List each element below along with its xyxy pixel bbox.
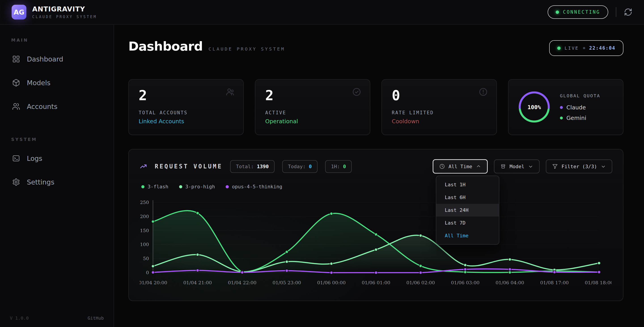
funnel-icon — [552, 164, 558, 169]
sidebar-item-label: Accounts — [27, 103, 58, 110]
sidebar-item-models[interactable]: Models — [10, 76, 104, 90]
live-dot-icon — [557, 46, 560, 50]
stat-value: 2 — [139, 88, 234, 102]
svg-text:01/06 01:00: 01/06 01:00 — [362, 280, 390, 286]
request-volume-panel: REQUEST VOLUME Total: 1390 Today: 0 1H: … — [128, 149, 624, 301]
dropdown-item-all-time[interactable]: All Time — [436, 229, 499, 242]
stat-card-active: 2 ACTIVE Operational — [255, 79, 370, 135]
total-requests-pill: Total: 1390 — [230, 160, 274, 173]
svg-text:100: 100 — [140, 242, 149, 247]
claude-dot-icon — [560, 106, 563, 109]
dropdown-item-last-24h[interactable]: Last 24H — [436, 204, 499, 216]
main-content: Dashboard CLAUDE PROXY SYSTEM LIVE 22:46… — [114, 24, 644, 327]
alert-circle-icon — [478, 87, 488, 98]
sidebar-item-label: Models — [27, 79, 50, 87]
version-label: V 1.0.0 — [10, 315, 28, 321]
sidebar-item-logs[interactable]: Logs — [10, 151, 104, 166]
check-circle-icon — [352, 87, 361, 98]
users-icon — [12, 102, 20, 110]
stat-label: RATE LIMITED — [392, 110, 486, 116]
quota-legend-label: Gemini — [566, 115, 586, 121]
sidebar-item-dashboard[interactable]: Dashboard — [10, 52, 104, 66]
svg-text:150: 150 — [140, 228, 149, 233]
refresh-icon[interactable] — [624, 8, 632, 16]
svg-text:200: 200 — [140, 214, 149, 219]
panel-title: REQUEST VOLUME — [155, 163, 222, 170]
app-subtitle: CLAUDE PROXY SYSTEM — [32, 14, 97, 19]
sidebar-item-settings[interactable]: Settings — [10, 175, 104, 189]
stat-sublabel: Cooldown — [392, 118, 486, 124]
filter-button[interactable]: Filter (3/3) — [546, 160, 612, 173]
live-clock: 22:46:04 — [589, 46, 616, 51]
quota-title: GLOBAL QUOTA — [560, 93, 600, 98]
stat-value: 0 — [392, 88, 486, 102]
series-dot-icon — [141, 185, 144, 188]
pill-value: 0 — [343, 164, 346, 169]
global-quota-card: 100% GLOBAL QUOTA Claude Gemini — [508, 79, 624, 135]
sidebar-item-label: Dashboard — [27, 55, 63, 63]
pill-value: 1390 — [257, 164, 269, 169]
box-icon — [12, 79, 20, 87]
legend-item-3-flash: 3-flash — [141, 184, 168, 190]
terminal-icon — [12, 154, 20, 162]
github-link[interactable]: GitHub — [88, 315, 104, 321]
svg-text:01/06 04:00: 01/06 04:00 — [496, 280, 524, 286]
sidebar-item-accounts[interactable]: Accounts — [10, 99, 104, 114]
time-range-label: All Time — [448, 164, 472, 169]
trending-up-icon — [140, 162, 147, 170]
sidebar-section-main: MAIN — [11, 38, 104, 42]
svg-text:01/06 03:00: 01/06 03:00 — [451, 280, 480, 286]
page-subtitle: CLAUDE PROXY SYSTEM — [209, 46, 285, 52]
time-range-dropdown: Last 1H Last 6H Last 24H Last 7D All Tim… — [436, 176, 499, 245]
archive-box-icon — [500, 164, 506, 169]
series-dot-icon — [179, 185, 182, 188]
gear-icon — [12, 178, 20, 186]
app-name: ANTIGRAVITY — [32, 5, 97, 13]
chevron-up-icon — [476, 164, 481, 169]
users-icon — [226, 87, 235, 98]
brand: AG ANTIGRAVITY CLAUDE PROXY SYSTEM — [12, 5, 97, 20]
separator-dot-icon — [583, 47, 585, 49]
legend-label: opus-4-5-thinking — [232, 184, 282, 190]
today-requests-pill: Today: 0 — [282, 160, 318, 173]
pill-label: Today: — [288, 164, 306, 169]
sidebar-item-label: Settings — [27, 178, 54, 186]
quota-legend-label: Claude — [566, 104, 586, 111]
hour-requests-pill: 1H: 0 — [325, 160, 352, 173]
stat-sublabel: Operational — [265, 118, 360, 124]
request-volume-chart: 05010015020025001/04 20:0001/04 21:0001/… — [140, 196, 612, 289]
svg-text:0: 0 — [146, 270, 149, 275]
sidebar-section-system: SYSTEM — [11, 137, 104, 142]
stat-label: TOTAL ACCOUNTS — [139, 110, 234, 116]
stat-card-total-accounts: 2 TOTAL ACCOUNTS Linked Accounts — [128, 79, 244, 135]
dropdown-item-last-1h[interactable]: Last 1H — [436, 178, 499, 191]
svg-text:01/05 23:00: 01/05 23:00 — [272, 280, 301, 286]
dropdown-item-last-6h[interactable]: Last 6H — [436, 191, 499, 204]
chevron-down-icon — [600, 164, 606, 169]
svg-text:50: 50 — [143, 256, 149, 261]
svg-text:01/06 00:00: 01/06 00:00 — [317, 280, 346, 286]
stat-sublabel: Linked Accounts — [139, 118, 234, 124]
model-filter-button[interactable]: Model — [494, 160, 540, 173]
svg-text:01/04 20:00: 01/04 20:00 — [140, 280, 167, 286]
legend-item-3-pro-high: 3-pro-high — [179, 184, 215, 190]
svg-text:250: 250 — [140, 200, 149, 205]
status-text: CONNECTING — [563, 10, 600, 15]
legend-label: 3-pro-high — [185, 184, 215, 190]
legend-item-opus: opus-4-5-thinking — [226, 184, 282, 190]
page-title: Dashboard — [128, 39, 203, 54]
sidebar: MAIN Dashboard Models Accounts SYST — [0, 24, 114, 327]
dropdown-item-last-7d[interactable]: Last 7D — [436, 216, 499, 229]
topbar: AG ANTIGRAVITY CLAUDE PROXY SYSTEM CONNE… — [0, 0, 644, 24]
gemini-dot-icon — [560, 116, 563, 120]
live-label: LIVE — [564, 46, 579, 51]
quota-legend-gemini: Gemini — [560, 115, 600, 121]
svg-text:01/08 18:00: 01/08 18:00 — [585, 280, 611, 286]
stat-label: ACTIVE — [265, 110, 360, 116]
app-logo: AG — [12, 5, 26, 20]
clock-icon — [439, 164, 445, 169]
divider — [616, 7, 616, 17]
connection-status-badge: CONNECTING — [548, 5, 608, 19]
time-range-button[interactable]: All Time — [433, 159, 488, 174]
svg-text:01/06 02:00: 01/06 02:00 — [406, 280, 435, 286]
